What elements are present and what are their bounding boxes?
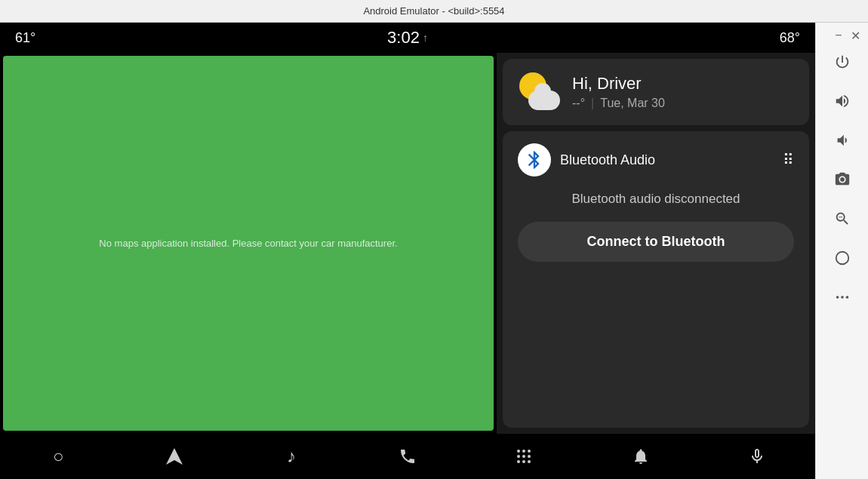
svg-point-11 [836,296,839,299]
grid-icon[interactable]: ⠿ [783,151,794,169]
temp-left: 61° [15,30,35,46]
signal-icon: ↑ [423,32,428,44]
clock-time: 3:02 [387,28,420,48]
window-title: Android Emulator - <build>:5554 [363,5,504,17]
svg-point-12 [841,296,844,299]
more-icon[interactable] [826,281,859,314]
bluetooth-title-group: 📶 Bluetooth Audio [518,143,655,177]
svg-point-7 [517,460,520,463]
window-controls: − ✕ [816,23,868,42]
nav-notifications-icon[interactable] [618,438,663,474]
svg-point-8 [522,460,525,463]
nav-navigation-icon[interactable] [152,438,197,474]
bluetooth-card: 📶 Bluetooth Audio ⠿ Bluetooth audio disc… [503,131,809,428]
greeting-name: Hi, Driver [572,74,665,94]
right-panel: Hi, Driver --° | Tue, Mar 30 📶 [497,53,815,434]
nav-phone-icon[interactable] [385,438,430,474]
nav-music-icon[interactable]: ♪ [269,438,314,474]
maps-panel: No maps application installed. Please co… [3,56,494,431]
svg-point-4 [517,455,520,458]
svg-point-6 [528,455,531,458]
greeting-date: Tue, Mar 30 [600,97,665,110]
greeting-card: Hi, Driver --° | Tue, Mar 30 [503,59,809,125]
zoom-icon[interactable] [826,202,859,235]
bluetooth-icon: 📶 [518,143,551,177]
volume-up-icon[interactable] [826,84,859,118]
weather-icon [518,71,560,113]
volume-down-icon[interactable] [826,124,859,157]
svg-marker-0 [166,448,183,465]
svg-point-2 [522,450,525,453]
camera-icon[interactable] [826,163,859,196]
svg-point-1 [517,450,520,453]
minimize-button[interactable]: − [832,29,845,42]
no-maps-message: No maps application installed. Please co… [99,238,397,249]
greeting-sub: --° | Tue, Mar 30 [572,97,665,110]
nav-microphone-icon[interactable] [734,438,780,474]
bluetooth-header: 📶 Bluetooth Audio ⠿ [518,143,794,177]
emulator-screen: 61° 3:02 ↑ 68° No maps application insta… [0,23,815,479]
greeting-info: Hi, Driver --° | Tue, Mar 30 [572,74,665,110]
side-toolbar: − ✕ [815,23,868,479]
power-icon[interactable] [826,45,859,78]
bluetooth-status: Bluetooth audio disconnected [518,186,794,213]
svg-point-9 [528,460,531,463]
location-icon[interactable] [826,241,859,275]
greeting-temp: --° [572,97,585,110]
svg-point-5 [522,455,525,458]
bottom-nav: ○ ♪ [0,434,815,479]
temp-right: 68° [780,30,800,46]
svg-point-13 [845,296,848,299]
bluetooth-title: Bluetooth Audio [560,152,655,168]
title-bar: Android Emulator - <build>:5554 [0,0,868,23]
status-bar: 61° 3:02 ↑ 68° [0,23,815,53]
svg-point-10 [836,252,848,265]
connect-bluetooth-button[interactable]: Connect to Bluetooth [518,222,794,262]
greeting-divider: | [591,97,594,110]
nav-apps-icon[interactable] [501,438,546,474]
svg-point-3 [528,450,531,453]
cloud-icon [528,91,560,110]
close-button[interactable]: ✕ [848,29,862,42]
main-container: 61° 3:02 ↑ 68° No maps application insta… [0,23,868,479]
nav-home-icon[interactable]: ○ [35,438,81,474]
content-area: No maps application installed. Please co… [0,53,815,434]
clock-display: 3:02 ↑ [387,28,428,48]
